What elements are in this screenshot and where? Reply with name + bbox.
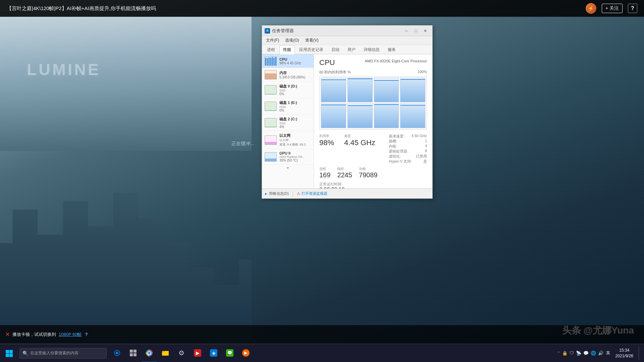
network-icon[interactable]: 🌐 xyxy=(591,351,596,356)
tm-minimize-button[interactable]: ─ xyxy=(402,27,411,34)
net-left-value: 发送: 0.4 接收: 65.2 xyxy=(279,142,311,147)
cpu-core-1 xyxy=(347,78,373,102)
disk2-mini-graph xyxy=(265,118,277,127)
tab-processes[interactable]: 进程 xyxy=(263,45,279,54)
open-resource-monitor[interactable]: ⚠ 打开资源监视器 xyxy=(297,191,327,196)
tm-brief-info[interactable]: ● 简略信息(D) xyxy=(265,191,289,196)
building-silhouette xyxy=(0,176,252,344)
tm-cpu-subtitle: AMD FX-8320E Eight-Core Processor xyxy=(365,58,427,64)
tm-graph-label: 60 秒内的利用率 % 100% xyxy=(319,70,427,75)
cpu-mini-graph xyxy=(265,56,277,66)
follow-button[interactable]: + 关注 xyxy=(602,4,623,13)
tab-services[interactable]: 服务 xyxy=(384,45,399,54)
taskbar-apps: ⚙ ▶ ◈ 💬 ▶ xyxy=(109,344,254,362)
top-bar: 【言叶之庭|4K\120帧|P2】AI补帧+AI画质提升,你手机能流畅播放吗 ⚡… xyxy=(0,0,644,17)
mem-mini-graph xyxy=(265,70,277,79)
volume-icon[interactable]: 🔊 xyxy=(598,351,603,356)
tm-left-item-disk0[interactable]: 磁盘 0 (D:) SSD 0% xyxy=(262,82,314,98)
tm-left-item-network[interactable]: 以太网 以太网 发送: 0.4 接收: 65.2 xyxy=(262,131,314,149)
taskbar-chrome[interactable] xyxy=(142,344,157,362)
tray-clock[interactable]: 15:34 2021/9/26 xyxy=(613,348,636,359)
taskbar-search[interactable]: 🔍 在这里输入你要搜索的内容 xyxy=(19,348,107,359)
windows-taskbar: 🔍 在这里输入你要搜索的内容 xyxy=(0,344,644,362)
tm-left-item-disk1[interactable]: 磁盘 1 (E:) HDD 0% xyxy=(262,98,314,115)
tm-left-panel: CPU 98% 4.45 GHz 内存 5.3/8.0 GB (66%) xyxy=(262,54,314,188)
quality-switch-link[interactable]: 1080P 60帧 xyxy=(59,331,82,338)
show-desktop[interactable] xyxy=(639,347,641,360)
taskbar-app6[interactable]: ◈ xyxy=(206,344,221,362)
user-avatar[interactable]: ⚡ xyxy=(586,3,596,14)
gpu-left-info: GPU 0 AMD Radeon R9... 30% (50 °C) xyxy=(279,151,311,162)
svg-rect-2 xyxy=(6,354,9,357)
tray-icon-4: 💬 xyxy=(583,351,589,356)
svg-rect-6 xyxy=(130,350,133,353)
disk2-left-value: 4% xyxy=(279,125,311,129)
svg-rect-7 xyxy=(133,350,137,353)
taskbar-steam[interactable]: ⚙ xyxy=(174,344,189,362)
taskbar-task-view[interactable] xyxy=(125,344,141,362)
app8-icon: ▶ xyxy=(242,349,250,357)
svg-rect-3 xyxy=(9,354,13,357)
lumine-sign: LUMINE xyxy=(27,60,101,79)
tm-left-item-gpu[interactable]: GPU 0 AMD Radeon R9... 30% (50 °C) xyxy=(262,149,314,165)
cpu-core-graph-grid xyxy=(319,76,427,130)
disk1-left-value: 0% xyxy=(279,109,311,112)
taskbar-wechat[interactable]: 💬 xyxy=(222,344,237,362)
cpu-core-3 xyxy=(400,78,425,102)
disk0-mini-graph xyxy=(265,85,277,95)
tm-left-item-memory[interactable]: 内存 5.3/8.0 GB (66%) xyxy=(262,68,314,82)
app6-icon: ◈ xyxy=(210,349,217,357)
threads-stat: 线程 2245 xyxy=(337,167,352,179)
taskbar-app8[interactable]: ▶ xyxy=(238,344,254,362)
tray-icon-1: 🔒 xyxy=(562,351,568,356)
tray-icon-2: 🛡 xyxy=(570,351,574,356)
svg-rect-0 xyxy=(6,350,9,353)
warning-text: 播放卡顿，试试切换到 xyxy=(12,331,56,338)
tm-app-icon: ⚙ xyxy=(265,28,270,34)
steam-icon: ⚙ xyxy=(177,348,186,358)
task-view-icon xyxy=(128,348,138,358)
glass-building xyxy=(27,20,255,181)
tm-menubar: 文件(F) 选项(O) 查看(V) xyxy=(262,36,432,45)
tray-language[interactable]: 英 xyxy=(605,350,611,356)
tab-performance[interactable]: 性能 xyxy=(279,45,295,54)
tm-close-button[interactable]: ✕ xyxy=(421,27,430,34)
uptime-section: 正常运行时间 0:02:23:10 xyxy=(319,182,427,188)
tm-left-item-cpu[interactable]: CPU 98% 4.45 GHz xyxy=(262,54,314,68)
disk1-left-info: 磁盘 1 (E:) HDD 0% xyxy=(279,100,311,112)
tm-menu-file[interactable]: 文件(F) xyxy=(263,37,282,44)
svg-rect-8 xyxy=(130,353,133,356)
svg-point-5 xyxy=(116,352,118,354)
tm-left-item-disk2[interactable]: 磁盘 2 (C:) SSD 4% xyxy=(262,115,314,131)
tray-chevron[interactable]: ⌃ xyxy=(557,351,560,355)
tm-left-scroll-indicator[interactable]: ▼ xyxy=(262,165,314,171)
brief-info-icon[interactable]: ● xyxy=(265,192,267,196)
cortana-icon xyxy=(112,348,122,358)
mem-left-value: 5.3/8.0 GB (66%) xyxy=(279,75,311,79)
gpu-mini-graph xyxy=(265,152,277,162)
svg-rect-1 xyxy=(9,350,13,353)
gpu-left-label: GPU 0 xyxy=(279,151,311,155)
tab-details[interactable]: 详细信息 xyxy=(360,45,383,54)
start-button[interactable] xyxy=(0,344,18,362)
disk0-left-value: 0% xyxy=(279,92,311,96)
taskbar-explorer[interactable] xyxy=(158,344,173,362)
tab-app-history[interactable]: 应用历史记录 xyxy=(296,45,327,54)
warning-icon: ✕ xyxy=(5,331,10,338)
tab-users[interactable]: 用户 xyxy=(344,45,359,54)
disk1-mini-graph xyxy=(265,102,277,111)
tm-right-panel: CPU AMD FX-8320E Eight-Core Processor 60… xyxy=(314,54,432,188)
tm-menu-view[interactable]: 查看(V) xyxy=(303,37,321,44)
tab-startup[interactable]: 启动 xyxy=(328,45,343,54)
chrome-icon xyxy=(145,348,154,358)
help-button[interactable]: ? xyxy=(628,4,637,13)
tm-maximize-button[interactable]: □ xyxy=(412,27,420,34)
taskbar-app5[interactable]: ▶ xyxy=(190,344,205,362)
disk1-sub-label: HDD xyxy=(279,105,311,109)
tray-icons: ⌃ 🔒 🛡 📡 💬 🌐 🔊 xyxy=(557,351,603,356)
tm-menu-options[interactable]: 选项(O) xyxy=(282,37,302,44)
search-placeholder-text: 在这里输入你要搜索的内容 xyxy=(30,350,78,356)
buffering-text: 正在缓冲... xyxy=(231,141,254,147)
taskbar-cortana[interactable] xyxy=(109,344,125,362)
wechat-icon: 💬 xyxy=(226,349,233,357)
